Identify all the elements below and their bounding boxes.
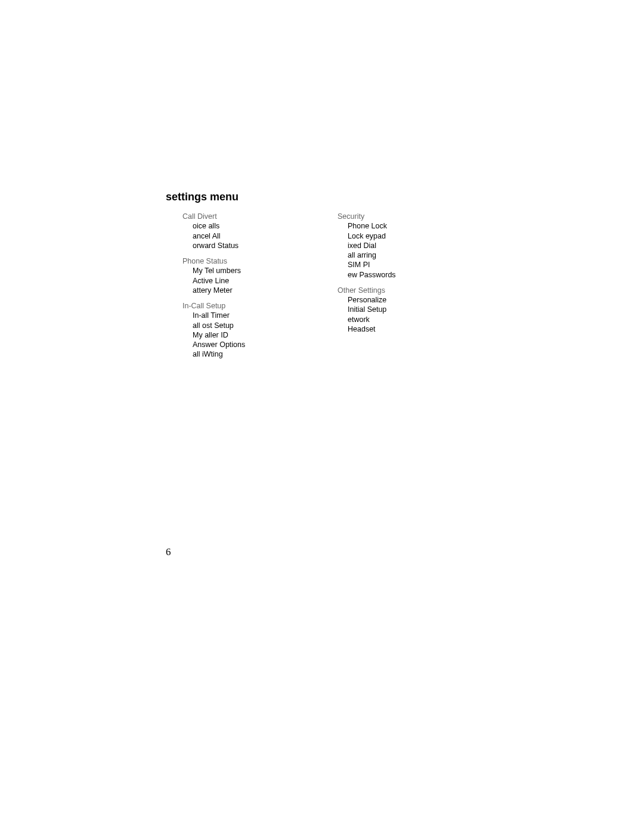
section-header: Call Divert — [182, 212, 285, 221]
list-item: all iWting — [193, 349, 285, 359]
section-header: Phone Status — [182, 256, 285, 266]
section-header: In-Call Setup — [182, 301, 285, 311]
list-item: Headset — [348, 324, 440, 334]
page-title: settings menu — [166, 191, 488, 203]
left-column: Call Divert oice alls ancel All orward S… — [166, 212, 285, 366]
item-list: oice alls ancel All orward Status — [193, 221, 285, 250]
list-item: Phone Lock — [348, 221, 440, 231]
page-number: 6 — [166, 546, 171, 558]
section-header: Other Settings — [338, 286, 440, 295]
list-item: My Tel umbers — [193, 266, 285, 275]
section-call-divert: Call Divert oice alls ancel All orward S… — [166, 212, 285, 250]
item-list: Personalize Initial Setup etwork Headset — [348, 295, 440, 334]
list-item: Answer Options — [193, 340, 285, 349]
list-item: all arring — [348, 250, 440, 260]
list-item: Lock eypad — [348, 231, 440, 241]
section-security: Security Phone Lock Lock eypad ixed Dial… — [321, 212, 440, 280]
list-item: attery Meter — [193, 286, 285, 295]
list-item: orward Status — [193, 241, 285, 250]
section-other-settings: Other Settings Personalize Initial Setup… — [321, 286, 440, 334]
list-item: ixed Dial — [348, 241, 440, 250]
section-phone-status: Phone Status My Tel umbers Active Line a… — [166, 256, 285, 295]
right-column: Security Phone Lock Lock eypad ixed Dial… — [321, 212, 440, 366]
item-list: Phone Lock Lock eypad ixed Dial all arri… — [348, 221, 440, 280]
item-list: My Tel umbers Active Line attery Meter — [193, 266, 285, 295]
list-item: Personalize — [348, 295, 440, 305]
list-item: My aller ID — [193, 330, 285, 340]
list-item: ancel All — [193, 231, 285, 241]
settings-menu-page: settings menu Call Divert oice alls ance… — [166, 191, 488, 366]
list-item: etwork — [348, 315, 440, 324]
columns-container: Call Divert oice alls ancel All orward S… — [166, 212, 488, 366]
list-item: Active Line — [193, 276, 285, 286]
list-item: oice alls — [193, 221, 285, 231]
section-header: Security — [338, 212, 440, 221]
section-in-call-setup: In-Call Setup In-all Timer all ost Setup… — [166, 301, 285, 360]
list-item: all ost Setup — [193, 321, 285, 330]
list-item: Initial Setup — [348, 305, 440, 314]
list-item: ew Passwords — [348, 270, 440, 280]
item-list: In-all Timer all ost Setup My aller ID A… — [193, 311, 285, 359]
list-item: In-all Timer — [193, 311, 285, 320]
list-item: SIM PI — [348, 260, 440, 270]
